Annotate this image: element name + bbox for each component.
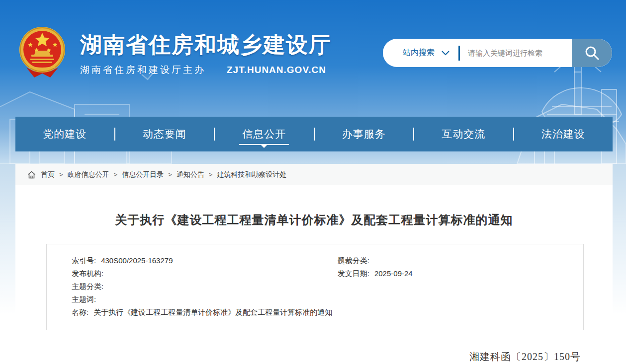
active-tab-underline bbox=[239, 144, 289, 145]
nav-item-label: 信息公开 bbox=[242, 128, 286, 140]
meta-value: 2025-09-24 bbox=[374, 269, 413, 278]
breadcrumb-separator: > bbox=[59, 171, 63, 178]
article-title: 关于执行《建设工程工程量清单计价标准》及配套工程量计算标准的通知 bbox=[15, 212, 613, 228]
nav-item-label: 法治建设 bbox=[541, 128, 585, 140]
nav-item-interaction[interactable]: 互动交流 bbox=[414, 127, 513, 141]
page-body: 关于执行《建设工程工程量清单计价标准》及配套工程量计算标准的通知 索引号:430… bbox=[0, 164, 626, 364]
breadcrumb-separator: > bbox=[114, 171, 118, 178]
meta-value: 430S00/2025-163279 bbox=[101, 256, 173, 265]
meta-label: 名称: bbox=[72, 308, 89, 316]
meta-row: 名称:关于执行《建设工程工程量清单计价标准》及配套工程量计算标准的通知 bbox=[72, 306, 573, 319]
breadcrumb-separator: > bbox=[168, 171, 172, 178]
breadcrumb-info-catalog[interactable]: 信息公开目录 bbox=[122, 170, 164, 179]
site-brand: 湖南省住房和城乡建设厅 湖南省住房和建设厅主办 ZJT.HUNAN.GOV.CN bbox=[17, 26, 332, 81]
nav-item-label: 互动交流 bbox=[442, 128, 485, 140]
meta-label: 主题词: bbox=[72, 295, 96, 303]
meta-date: 发文日期:2025-09-24 bbox=[338, 267, 573, 280]
site-url: ZJT.HUNAN.GOV.CN bbox=[227, 65, 326, 75]
search-scope-dropdown[interactable]: 站内搜索 bbox=[383, 48, 458, 58]
meta-label: 索引号: bbox=[72, 256, 96, 265]
meta-row: 发布机构: 发文日期:2025-09-24 bbox=[72, 267, 573, 280]
meta-label: 题裁分类: bbox=[338, 256, 369, 265]
breadcrumb-home[interactable]: 首页 bbox=[41, 170, 55, 179]
meta-name: 名称:关于执行《建设工程工程量清单计价标准》及配套工程量计算标准的通知 bbox=[72, 306, 332, 319]
breadcrumb-separator: > bbox=[209, 171, 213, 178]
document-meta-box: 索引号:430S00/2025-163279 题裁分类: 发布机构: 发文日期:… bbox=[46, 244, 584, 330]
site-title: 湖南省住房和城乡建设厅 bbox=[80, 33, 332, 57]
search-button[interactable] bbox=[572, 39, 612, 67]
nav-item-party-building[interactable]: 党的建设 bbox=[15, 127, 114, 141]
site-subtitle: 湖南省住房和建设厅主办 ZJT.HUNAN.GOV.CN bbox=[80, 64, 332, 76]
caret-down-icon bbox=[261, 145, 267, 148]
nav-item-services[interactable]: 办事服务 bbox=[315, 127, 414, 141]
nav-item-label: 办事服务 bbox=[342, 128, 386, 140]
site-sponsor: 湖南省住房和建设厅主办 bbox=[80, 64, 206, 76]
breadcrumb-notices[interactable]: 通知公告 bbox=[177, 170, 204, 179]
nav-item-info-disclosure[interactable]: 信息公开 bbox=[215, 127, 314, 141]
brand-text: 湖南省住房和城乡建设厅 湖南省住房和建设厅主办 ZJT.HUNAN.GOV.CN bbox=[80, 26, 332, 76]
meta-label: 发布机构: bbox=[72, 269, 103, 278]
meta-agency: 发布机构: bbox=[72, 267, 338, 280]
article-container: 关于执行《建设工程工程量清单计价标准》及配套工程量计算标准的通知 索引号:430… bbox=[15, 185, 613, 364]
search-scope-label: 站内搜索 bbox=[403, 48, 435, 58]
breadcrumb-gov-info[interactable]: 政府信息公开 bbox=[68, 170, 109, 179]
site-search: 站内搜索 bbox=[383, 39, 612, 67]
meta-label: 主题分类: bbox=[72, 282, 103, 291]
meta-row: 索引号:430S00/2025-163279 题裁分类: bbox=[72, 254, 573, 267]
meta-keywords: 主题词: bbox=[72, 293, 338, 306]
main-nav: 党的建设 动态要闻 信息公开 办事服务 互动交流 法治建设 bbox=[15, 117, 613, 151]
search-input[interactable] bbox=[460, 39, 572, 67]
meta-genre: 题裁分类: bbox=[338, 254, 573, 267]
nav-item-label: 动态要闻 bbox=[143, 128, 186, 140]
national-emblem-logo bbox=[17, 26, 67, 81]
document-number: 湘建科函〔2025〕150号 bbox=[15, 350, 581, 364]
nav-item-rule-of-law[interactable]: 法治建设 bbox=[514, 127, 613, 141]
meta-index: 索引号:430S00/2025-163279 bbox=[72, 254, 338, 267]
search-icon bbox=[584, 45, 601, 62]
site-header: 湖南省住房和城乡建设厅 湖南省住房和建设厅主办 ZJT.HUNAN.GOV.CN… bbox=[0, 0, 626, 164]
nav-item-news[interactable]: 动态要闻 bbox=[115, 127, 214, 141]
nav-item-label: 党的建设 bbox=[43, 128, 87, 140]
chevron-down-icon bbox=[442, 51, 449, 56]
meta-row: 主题分类: bbox=[72, 280, 573, 293]
meta-value: 关于执行《建设工程工程量清单计价标准》及配套工程量计算标准的通知 bbox=[93, 308, 332, 316]
breadcrumb-department[interactable]: 建筑科技和勘察设计处 bbox=[217, 170, 286, 179]
meta-topic: 主题分类: bbox=[72, 280, 338, 293]
breadcrumb: 首页 > 政府信息公开 > 信息公开目录 > 通知公告 > 建筑科技和勘察设计处 bbox=[15, 164, 613, 185]
home-icon[interactable] bbox=[27, 171, 36, 179]
meta-row: 主题词: bbox=[72, 293, 573, 306]
meta-label: 发文日期: bbox=[338, 269, 369, 278]
